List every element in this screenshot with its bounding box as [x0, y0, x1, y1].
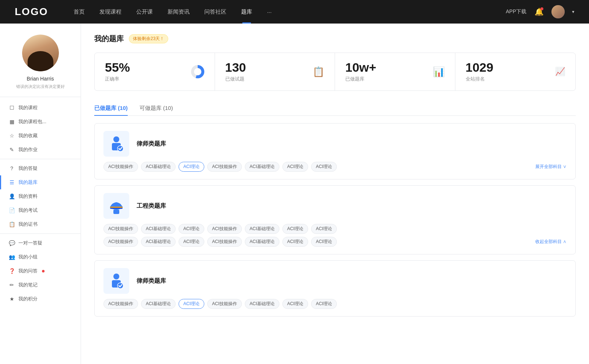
logo[interactable]: LOGO: [15, 6, 48, 18]
bank-title-lawyer-1: 律师类题库: [137, 140, 166, 148]
tag-item[interactable]: ACI理论: [282, 162, 308, 172]
coursepack-icon: ▦: [9, 119, 15, 125]
tag-item[interactable]: ACI基础理论: [141, 162, 176, 172]
avatar[interactable]: [551, 5, 565, 18]
sidebar: Brian Harris 错误的决定比没有决定要好 ☐ 我的课程 ▦ 我的课程包…: [0, 24, 81, 364]
stat-accuracy: 55% 正确率: [95, 53, 215, 90]
sidebar-item-points[interactable]: ★ 我的积分: [0, 292, 81, 306]
tag-item[interactable]: ACI理论: [311, 162, 337, 172]
lawyer-svg-icon: [107, 135, 126, 153]
nav-home[interactable]: 首页: [66, 0, 92, 24]
nav-more[interactable]: ···: [260, 0, 279, 24]
profile-motto: 错误的决定比没有决定要好: [16, 84, 65, 89]
tag-item[interactable]: ACI理论: [311, 224, 337, 234]
sidebar-item-profile[interactable]: 👤 我的资料: [0, 189, 81, 203]
stat-done-questions: 130 已做试题 📋: [215, 53, 335, 90]
tag-item[interactable]: ACI基础理论: [141, 224, 176, 234]
profile-name: Brian Harris: [27, 76, 54, 82]
questionbank-icon: ☰: [9, 179, 15, 185]
nav-bank[interactable]: 题库: [234, 0, 260, 24]
tag-item[interactable]: ACI技能操作: [103, 162, 138, 172]
tag-item[interactable]: ACI理论: [179, 224, 204, 234]
topnav: LOGO 首页 发现课程 公开课 新闻资讯 问答社区 题库 ··· APP下载 …: [0, 0, 589, 24]
tag-item[interactable]: ACI基础理论: [245, 237, 279, 247]
done-questions-icon: 📋: [313, 66, 324, 78]
collapse-link[interactable]: 收起全部科目 ∧: [535, 239, 567, 245]
nav-divider: [0, 159, 81, 159]
sidebar-item-questions[interactable]: ❓ 我的问答: [0, 264, 81, 278]
sidebar-item-label: 我的笔记: [18, 282, 38, 288]
nav-qa[interactable]: 问答社区: [197, 0, 234, 24]
tag-item[interactable]: ACI技能操作: [103, 224, 138, 234]
sidebar-nav: ☐ 我的课程 ▦ 我的课程包... ☆ 我的收藏 ✎ 我的作业 ? 我的答疑 ☰: [0, 97, 81, 310]
favorites-icon: ☆: [9, 133, 15, 139]
qa-icon: ?: [9, 165, 15, 171]
svg-rect-5: [110, 207, 123, 208]
trial-badge: 体验剩余23天！: [129, 34, 168, 43]
sidebar-item-label: 我的小组: [18, 254, 38, 260]
done-banks-icon: 📊: [433, 66, 445, 78]
sidebar-item-label: 我的课程包...: [18, 118, 46, 125]
sidebar-item-coursepack[interactable]: ▦ 我的课程包...: [0, 115, 81, 129]
sidebar-item-exam[interactable]: 📄 我的考试: [0, 203, 81, 217]
tag-item[interactable]: ACI理论: [311, 299, 337, 309]
tag-item[interactable]: ACI技能操作: [207, 299, 242, 309]
notification-bell[interactable]: 🔔: [534, 7, 544, 17]
questions-icon: ❓: [9, 268, 15, 274]
bank-card-lawyer-2: 律师类题库 ACI技能操作 ACI基础理论 ACI理论 ACI技能操作 ACI基…: [94, 260, 576, 317]
svg-rect-6: [113, 210, 119, 214]
profile-icon: 👤: [9, 193, 15, 199]
group-icon: 👥: [9, 254, 15, 260]
tag-item[interactable]: ACI理论: [282, 237, 308, 247]
tag-item[interactable]: ACI理论: [179, 237, 204, 247]
avatar-chevron-icon[interactable]: ▾: [572, 9, 574, 14]
sidebar-item-label: 我的收藏: [18, 132, 38, 139]
tag-item[interactable]: ACI技能操作: [103, 237, 138, 247]
tag-item[interactable]: ACI技能操作: [207, 162, 242, 172]
bank-icon: 📊: [433, 66, 445, 77]
sidebar-item-group[interactable]: 👥 我的小组: [0, 250, 81, 264]
tag-item[interactable]: ACI理论: [282, 299, 308, 309]
stat-rank-value: 1029: [466, 61, 494, 74]
sidebar-item-label: 我的课程: [18, 104, 38, 111]
sidebar-item-label: 我的问答: [18, 268, 38, 274]
stat-done-label: 已做试题: [225, 76, 246, 82]
tag-item[interactable]: ACI基础理论: [245, 162, 279, 172]
tag-item[interactable]: ACI技能操作: [207, 224, 242, 234]
sidebar-item-qa[interactable]: ? 我的答疑: [0, 161, 81, 175]
main-layout: Brian Harris 错误的决定比没有决定要好 ☐ 我的课程 ▦ 我的课程包…: [0, 24, 589, 364]
tag-item[interactable]: ACI技能操作: [103, 299, 138, 309]
main-content: 我的题库 体验剩余23天！ 55% 正确率 130 已做试题: [81, 24, 589, 364]
sidebar-item-course[interactable]: ☐ 我的课程: [0, 101, 81, 115]
sidebar-item-certificate[interactable]: 📋 我的证书: [0, 217, 81, 231]
tag-item[interactable]: ACI技能操作: [207, 237, 242, 247]
sidebar-item-1on1[interactable]: 💬 一对一答疑: [0, 236, 81, 250]
sidebar-item-questionbank[interactable]: ☰ 我的题库: [0, 175, 81, 189]
nav-opencourse[interactable]: 公开课: [129, 0, 160, 24]
page-header: 我的题库 体验剩余23天！: [94, 34, 576, 44]
tag-item[interactable]: ACI基础理论: [245, 299, 279, 309]
tag-item[interactable]: ACI理论: [282, 224, 308, 234]
nav-news[interactable]: 新闻资讯: [160, 0, 197, 24]
tag-item[interactable]: ACI基础理论: [245, 224, 279, 234]
tag-item-active[interactable]: ACI理论: [179, 162, 204, 172]
tag-item[interactable]: ACI基础理论: [141, 299, 176, 309]
points-icon: ★: [9, 296, 15, 302]
sidebar-item-label: 我的答疑: [18, 165, 38, 172]
stat-accuracy-label: 正确率: [105, 76, 130, 82]
nav-discover[interactable]: 发现课程: [92, 0, 129, 24]
tag-item-active[interactable]: ACI理论: [179, 299, 204, 309]
sidebar-item-favorites[interactable]: ☆ 我的收藏: [0, 129, 81, 143]
sidebar-item-homework[interactable]: ✎ 我的作业: [0, 143, 81, 157]
tab-done-banks[interactable]: 已做题库 (10): [94, 101, 128, 115]
app-download-button[interactable]: APP下载: [506, 8, 526, 15]
tag-item[interactable]: ACI基础理论: [141, 237, 176, 247]
sidebar-item-notes[interactable]: ✏ 我的笔记: [0, 278, 81, 292]
notes-icon: ✏: [9, 282, 15, 288]
stat-banks-value: 10w+: [345, 61, 376, 74]
tab-available-banks[interactable]: 可做题库 (10): [140, 101, 173, 115]
accuracy-donut-chart: [191, 65, 204, 78]
tabs-row: 已做题库 (10) 可做题库 (10): [94, 101, 576, 116]
expand-link[interactable]: 展开全部科目 ∨: [535, 164, 567, 170]
tag-item[interactable]: ACI理论: [311, 237, 337, 247]
